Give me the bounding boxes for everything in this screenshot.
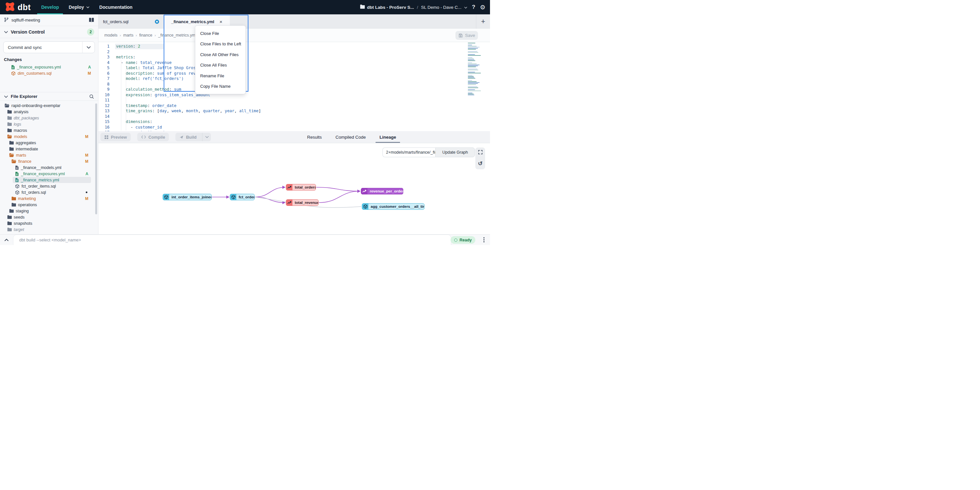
new-tab-button[interactable]: + (476, 14, 490, 29)
tree-item-logs[interactable]: logs (0, 121, 98, 127)
menu-item-close-all-files[interactable]: Close All Files (195, 60, 245, 71)
panel-tab-results[interactable]: Results (307, 131, 322, 143)
line-number: 7 (99, 76, 110, 81)
version-control-header[interactable]: Version Control 2 (0, 26, 98, 38)
tree-item-dbt_packages[interactable]: dbt_packages (0, 115, 98, 121)
menu-item-label: Close File (200, 31, 219, 36)
tree-item-_finance_exposures.yml[interactable]: _finance_exposures.ymlA (0, 171, 98, 177)
code-editor[interactable]: 1version: 223metrics:4 - name: total_rev… (99, 42, 490, 131)
project-name[interactable]: SL Demo - Dave C... (421, 5, 461, 10)
line-number: 5 (99, 65, 110, 71)
lineage-node-total_revenue[interactable]: total_revenue (286, 200, 318, 206)
tree-item-operations[interactable]: operations (0, 202, 98, 208)
editor-tab-bar: fct_orders.sql _finance_metrics.yml × + (99, 14, 490, 29)
commit-options-chevron-icon[interactable] (82, 42, 95, 53)
project-chevron-down-icon[interactable] (464, 5, 468, 10)
help-icon[interactable]: ? (472, 4, 475, 10)
line-number: 16 (99, 124, 110, 130)
panel-tab-label: Results (307, 135, 322, 140)
dbt-logo[interactable]: dbt (4, 1, 31, 13)
menu-item-label: Copy File Name (200, 84, 231, 89)
build-button[interactable]: Build (175, 133, 211, 141)
panel-tab-lineage[interactable]: Lineage (379, 131, 396, 143)
tree-item-target[interactable]: target (0, 227, 98, 233)
tree-item-macros[interactable]: macros (0, 127, 98, 133)
code-line: model: ref('fct_orders') (116, 76, 183, 81)
tree-item-label: snapshots (14, 221, 32, 226)
tree-item-aggregates[interactable]: aggregates (0, 140, 98, 146)
changed-file-name: _finance_exposures.yml (17, 65, 61, 70)
tree-item-snapshots[interactable]: snapshots (0, 220, 98, 227)
cube-icon (11, 71, 16, 76)
code-line: metrics: (116, 54, 135, 60)
build-options-chevron-icon[interactable] (202, 133, 209, 141)
expand-command-bar-button[interactable] (0, 238, 13, 241)
breadcrumb-item[interactable]: models (104, 33, 118, 38)
tree-item-marts[interactable]: martsM (0, 152, 98, 158)
changed-file-_finance_exposures.yml[interactable]: _finance_exposures.ymlA (0, 64, 98, 70)
breadcrumb-item[interactable]: _finance_metrics.yml (158, 33, 196, 38)
code-minimap[interactable] (468, 43, 487, 96)
menu-item-copy-file-name[interactable]: Copy File Name (195, 81, 245, 92)
tree-item-fct_order_items.sql[interactable]: fct_order_items.sql (0, 183, 98, 189)
changed-file-dim_customers.sql[interactable]: dim_customers.sqlM (0, 70, 98, 77)
tree-item-fct_orders.sql[interactable]: fct_orders.sql (0, 189, 98, 195)
nav-item-documentation[interactable]: Documentation (99, 0, 133, 14)
git-status-badge: M (88, 71, 91, 76)
menu-item-close-file[interactable]: Close File (195, 28, 245, 39)
tree-item-intermediate[interactable]: intermediate (0, 146, 98, 152)
lineage-edge (255, 187, 285, 197)
command-input[interactable]: dbt build --select <model_name> (13, 235, 451, 245)
save-button[interactable]: Save (455, 31, 478, 40)
nav-item-develop[interactable]: Develop (41, 0, 59, 14)
metric-icon (361, 188, 368, 194)
lineage-node-total_orders[interactable]: total_orders (286, 184, 316, 190)
tree-item-seeds[interactable]: seeds (0, 214, 98, 220)
account-name[interactable]: dbt Labs - ProServ S... (367, 5, 414, 10)
preview-button[interactable]: Preview (100, 133, 131, 141)
tree-item-rapid-onboarding-exemplar[interactable]: rapid-onboarding-exemplar (0, 102, 98, 109)
tree-item-models[interactable]: modelsM (0, 133, 98, 140)
tree-item-_finance_metrics.yml[interactable]: _finance_metrics.yml (0, 177, 98, 183)
menu-item-rename-file[interactable]: Rename File (195, 70, 245, 81)
tab-label: _finance_metrics.yml (171, 19, 214, 24)
tree-item-label: models (14, 134, 27, 139)
file-explorer-header[interactable]: File Explorer (0, 92, 98, 101)
code-line: dimensions: (116, 119, 152, 124)
lineage-node-fct_orders[interactable]: fct_orders (230, 194, 255, 200)
panel-tab-compiled-code[interactable]: Compiled Code (336, 131, 366, 143)
lineage-node-int_order_items_joined[interactable]: int_order_items_joined (163, 194, 212, 200)
tree-item-_finance__models.yml[interactable]: _finance__models.yml (0, 164, 98, 171)
code-line: timestamp: order_date (116, 103, 177, 109)
menu-item-close-files-to-the-left[interactable]: Close Files to the Left (195, 39, 245, 49)
folder-icon (9, 140, 14, 145)
breadcrumb-item[interactable]: marts (123, 33, 133, 38)
tree-item-finance[interactable]: financeM (0, 158, 98, 164)
folder-icon (11, 196, 16, 201)
breadcrumb-separator-icon: › (135, 33, 137, 37)
docs-book-icon[interactable] (89, 18, 94, 22)
lineage-node-agg_customer_orders__all_time[interactable]: agg_customer_orders__all_time (362, 203, 425, 210)
commit-and-sync-button[interactable]: Commit and sync (3, 41, 95, 53)
search-icon[interactable] (89, 94, 94, 99)
metric-icon (286, 184, 293, 190)
tab-fct-orders-sql[interactable]: fct_orders.sql (99, 14, 164, 29)
compile-button[interactable]: Compile (137, 133, 169, 141)
line-number: 2 (99, 49, 110, 55)
lineage-node-revenue_per_order[interactable]: revenue_per_order (361, 188, 403, 195)
menu-item-close-all-other-files[interactable]: Close All Other Files (195, 49, 245, 60)
close-tab-icon[interactable]: × (220, 19, 222, 24)
breadcrumb-item[interactable]: finance (139, 33, 152, 38)
nav-item-label: Develop (41, 5, 59, 10)
kebab-menu-icon[interactable] (484, 237, 485, 243)
gear-icon[interactable]: ⚙ (480, 4, 485, 10)
tree-item-marketing[interactable]: marketingM (0, 195, 98, 202)
code-line: description: sum of gross revenue (116, 71, 205, 77)
lineage-canvas[interactable]: 2+models/marts/finance/_fir Update Graph… (99, 143, 490, 234)
tree-item-analysis[interactable]: analysis (0, 109, 98, 115)
tree-item-staging[interactable]: staging (0, 208, 98, 214)
nav-item-deploy[interactable]: Deploy (69, 0, 90, 14)
git-branch-row[interactable]: sqlfluff-meeting (0, 14, 98, 26)
tree-item-tests[interactable]: tests (0, 233, 98, 234)
tree-item-label: _finance__models.yml (21, 165, 61, 170)
